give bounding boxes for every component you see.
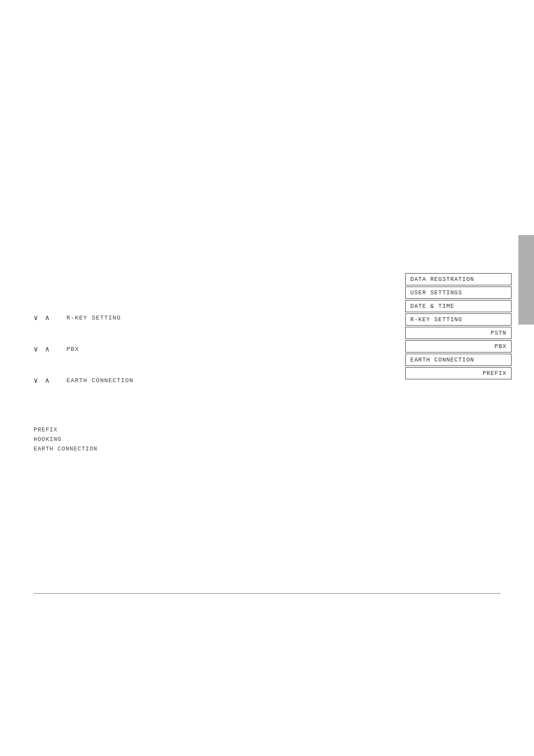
pbx-label: PBX xyxy=(67,346,79,353)
arrow-up-r-key[interactable]: ∧ xyxy=(45,313,49,322)
horizontal-divider xyxy=(34,593,500,594)
content-area: ∨ ∧ R-KEY SETTING ∨ ∧ PBX ∨ ∧ EARTH CONN… xyxy=(34,313,133,407)
menu-item-label: USER SETTINGS xyxy=(410,289,462,296)
arrow-up-earth[interactable]: ∧ xyxy=(45,376,49,385)
menu-item-label: DATA REGSTRATION xyxy=(410,276,474,283)
menu-panel: DATA REGSTRATION USER SETTINGS DATE & TI… xyxy=(405,273,512,381)
r-key-setting-arrows: ∨ ∧ xyxy=(34,313,50,322)
sidebar-tab xyxy=(518,235,534,325)
menu-item-user-settings[interactable]: USER SETTINGS xyxy=(405,287,512,299)
menu-item-data-regstration[interactable]: DATA REGSTRATION xyxy=(405,273,512,285)
menu-item-label: R-KEY SETTING xyxy=(410,316,462,323)
menu-item-label: EARTH CONNECTION xyxy=(410,356,474,363)
menu-item-label: PBX xyxy=(495,343,507,350)
menu-item-r-key-setting[interactable]: R-KEY SETTING xyxy=(405,313,512,326)
bottom-label-hooking: HOOKING xyxy=(34,435,97,444)
menu-item-label: PREFIX xyxy=(483,370,507,377)
pbx-arrows: ∨ ∧ xyxy=(34,345,50,354)
arrow-down-pbx[interactable]: ∨ xyxy=(34,345,38,354)
arrow-down-r-key[interactable]: ∨ xyxy=(34,313,38,322)
menu-item-label: DATE & TIME xyxy=(410,303,455,309)
menu-item-date-time[interactable]: DATE & TIME xyxy=(405,300,512,312)
earth-arrows: ∨ ∧ xyxy=(34,376,50,385)
menu-item-earth-connection[interactable]: EARTH CONNECTION xyxy=(405,354,512,366)
arrow-up-pbx[interactable]: ∧ xyxy=(45,345,49,354)
bottom-labels: PREFIX HOOKING EARTH CONNECTION xyxy=(34,425,97,453)
menu-item-prefix[interactable]: PREFIX xyxy=(405,367,512,379)
bottom-label-earth-connection: EARTH CONNECTION xyxy=(34,444,97,454)
menu-item-pstn[interactable]: PSTN xyxy=(405,327,512,339)
bottom-label-prefix: PREFIX xyxy=(34,425,97,435)
page-container: DATA REGSTRATION USER SETTINGS DATE & TI… xyxy=(0,0,534,756)
menu-item-label: PSTN xyxy=(490,330,507,336)
arrow-down-earth[interactable]: ∨ xyxy=(34,376,38,385)
r-key-setting-label: R-KEY SETTING xyxy=(67,314,121,321)
pbx-row: ∨ ∧ PBX xyxy=(34,345,133,354)
menu-item-pbx[interactable]: PBX xyxy=(405,340,512,353)
earth-connection-label: EARTH CONNECTION xyxy=(67,377,134,384)
r-key-setting-row: ∨ ∧ R-KEY SETTING xyxy=(34,313,133,322)
earth-connection-row: ∨ ∧ EARTH CONNECTION xyxy=(34,376,133,385)
